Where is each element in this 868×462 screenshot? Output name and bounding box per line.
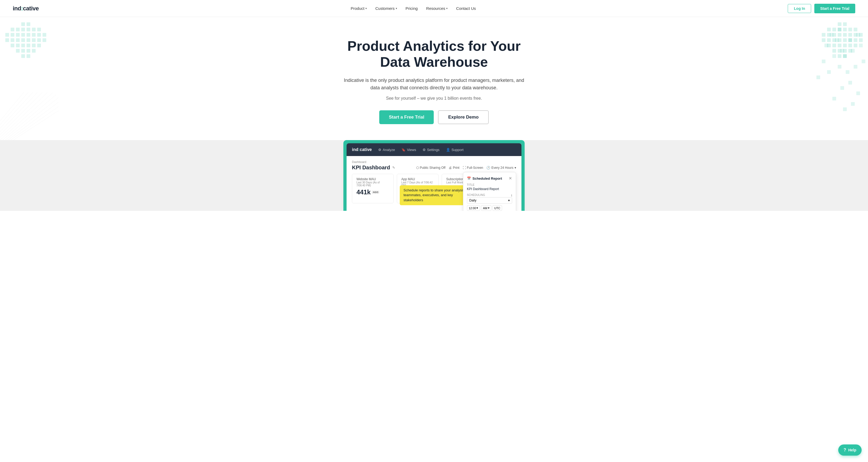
schedule-icon: 📅 [467,177,471,180]
scheduling-dropdown[interactable]: Daily ▾ [467,197,512,204]
kpi-label-website-mau: Website MAU [356,177,389,181]
breadcrumb: Dashboard [352,160,516,163]
close-icon[interactable]: ✕ [509,176,512,181]
settings-icon: ⚙ [423,148,426,152]
dashboard-preview-wrapper: ind:cative ⚙ Analyze 🔖 Views ⚙ Settings … [343,140,525,211]
dashboard-title-group: KPI Dashboard ✎ [352,164,395,171]
app-nav-views[interactable]: 🔖 Views [401,148,416,152]
kpi-badge-website-mau: AGO [372,191,379,194]
print-button[interactable]: 🖨 Print [448,166,460,170]
panel-title: Scheduled Report [472,177,502,181]
hero-heading: Product Analytics for Your Data Warehous… [341,38,527,70]
app-logo: ind:cative [352,147,372,152]
hero-cta-buttons: Start a Free Trial Explore Demo [5,110,863,124]
panel-title-field: Title KPI Dashboard Report [467,183,512,191]
fullscreen-icon: ⛶ [463,166,466,170]
hero-section: Product Analytics for Your Data Warehous… [0,17,868,140]
nav-links: Product ▾ Customers ▾ Pricing Resources … [351,6,476,11]
hero-free-events: See for yourself – we give you 1 billion… [5,96,863,101]
chevron-down-icon: ▾ [396,7,397,10]
analyze-icon: ⚙ [378,148,381,152]
fullscreen-button[interactable]: ⛶ Full-Screen [463,166,483,170]
info-icon: ℹ [511,194,512,197]
scheduled-report-panel: 📅 Scheduled Report ✕ Title KPI Dashboard… [463,172,516,211]
chevron-down-icon: ▾ [366,7,367,10]
print-icon: 🖨 [448,166,452,170]
sharing-toggle[interactable]: ⬡ Public Sharing Off [416,166,446,170]
dashboard-title-row: KPI Dashboard ✎ ⬡ Public Sharing Off 🖨 P… [352,164,516,171]
panel-scheduling-field: Scheduling ℹ Daily ▾ 12:00 ▾ [467,193,512,211]
panel-header: 📅 Scheduled Report ✕ [467,176,512,181]
support-icon: 👤 [446,148,450,152]
chevron-down-icon: ▾ [515,166,516,170]
kpi-label-app-mau: App MAU [401,177,434,181]
hero-subtitle: Indicative is the only product analytics… [344,76,524,92]
dashboard-title: KPI Dashboard [352,164,390,171]
dashboard-preview-section: ind:cative ⚙ Analyze 🔖 Views ⚙ Settings … [0,140,868,211]
dashboard-window: ind:cative ⚙ Analyze 🔖 Views ⚙ Settings … [347,143,521,211]
panel-title-value: KPI Dashboard Report [467,187,512,191]
app-nav-analyze[interactable]: ⚙ Analyze [378,148,395,152]
chevron-down-icon: ▾ [476,206,478,210]
navigation: ind:cative Product ▾ Customers ▾ Pricing… [0,0,868,17]
time-hour-selector[interactable]: 12:00 ▾ [467,205,480,211]
chevron-down-icon: ▾ [488,206,490,210]
views-icon: 🔖 [401,148,406,152]
nav-actions: Log In Start a Free Trial [788,4,855,13]
panel-scheduling-label: Scheduling [467,193,485,196]
edit-icon[interactable]: ✎ [392,165,395,170]
share-icon: ⬡ [416,166,419,170]
hero-content: Product Analytics for Your Data Warehous… [5,38,863,124]
kpi-card-website-mau: Website MAU Last 30 Days (As of 7/06:40 … [352,174,394,203]
app-navbar: ind:cative ⚙ Analyze 🔖 Views ⚙ Settings … [347,143,521,156]
nav-pricing[interactable]: Pricing [406,6,418,11]
logo[interactable]: ind:cative [13,5,39,12]
start-trial-button[interactable]: Start a Free Trial [379,110,434,124]
panel-title-label: Title [467,183,512,186]
time-ampm-selector[interactable]: AM ▾ [481,205,491,211]
chevron-down-icon: ▾ [446,7,447,10]
app-nav-support[interactable]: 👤 Support [446,148,464,152]
nav-resources[interactable]: Resources ▾ [426,6,448,11]
kpi-sub-website-mau: Last 30 Days (As of 7/06:40 PM) [356,181,389,187]
refresh-selector[interactable]: 🕐 Every 24 Hours ▾ [486,166,516,170]
kpi-value-website-mau: 441k AGO [356,188,389,196]
time-selector-row: 12:00 ▾ AM ▾ UTC [467,205,512,211]
nav-product[interactable]: Product ▾ [351,6,367,11]
timezone-selector[interactable]: UTC [493,205,502,211]
nav-trial-button[interactable]: Start a Free Trial [814,4,855,13]
explore-demo-button[interactable]: Explore Demo [438,110,489,124]
nav-customers[interactable]: Customers ▾ [375,6,397,11]
app-nav-settings[interactable]: ⚙ Settings [423,148,440,152]
clock-icon: 🕐 [486,166,490,170]
dashboard-actions: ⬡ Public Sharing Off 🖨 Print ⛶ Full-Scre… [416,166,516,170]
chevron-down-icon: ▾ [508,198,510,202]
nav-contact[interactable]: Contact Us [456,6,476,11]
login-button[interactable]: Log In [788,4,811,13]
dashboard-body: Dashboard KPI Dashboard ✎ ⬡ Public Shari… [347,156,521,211]
